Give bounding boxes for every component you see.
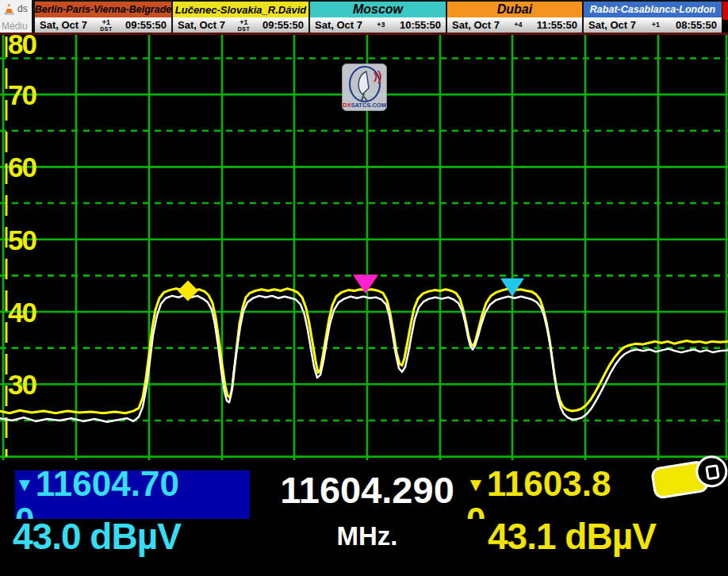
- clock-date: Sat, Oct 7: [178, 19, 225, 31]
- svg-text:60: 60: [8, 152, 36, 182]
- clock-timezone: +1 DST: [100, 19, 113, 32]
- clock-city-label: Berlin-Paris-Vienna-Belgrade: [35, 0, 171, 17]
- clock-time: 10:55:50: [400, 19, 441, 31]
- center-frequency-value: 11604.290: [252, 470, 482, 510]
- clock-date: Sat, Oct 7: [40, 19, 87, 31]
- svg-text:30: 30: [8, 369, 36, 400]
- marker-frequency-left: 11604.70: [36, 470, 179, 503]
- background-app-window[interactable]: ds Médiu: [0, 0, 33, 33]
- clock-city-label: Dubai: [447, 0, 582, 17]
- clock-cell-rabat[interactable]: Rabat-Casablanca-London Sat, Oct 7 +1 08…: [582, 0, 722, 33]
- clock-cell-lucenec[interactable]: Lučenec-Slovakia_R.Dávid Sat, Oct 7 +1 D…: [171, 0, 308, 33]
- clock-cell-berlin[interactable]: Berlin-Paris-Vienna-Belgrade Sat, Oct 7 …: [33, 0, 171, 33]
- clock-time: 11:55:50: [537, 19, 577, 31]
- background-app-menu[interactable]: Médiu: [2, 21, 28, 32]
- svg-text:50: 50: [8, 225, 36, 255]
- vlc-cone-icon: [2, 2, 16, 16]
- clock-date: Sat, Oct 7: [452, 19, 500, 31]
- marker-down-icon: ▼: [466, 474, 485, 495]
- clock-timezone: +3: [377, 21, 385, 29]
- clock-timezone: +4: [514, 21, 522, 29]
- satellite-dish-icon: [343, 64, 387, 104]
- svg-text:80: 80: [8, 35, 36, 60]
- clock-date: Sat, Oct 7: [315, 19, 362, 31]
- clock-date: Sat, Oct 7: [588, 19, 636, 31]
- svg-text:40: 40: [8, 297, 36, 328]
- world-clock-bar: ds Médiu Berlin-Paris-Vienna-Belgrade Sa…: [0, 0, 728, 35]
- clock-city-label: Lučenec-Slovakia_R.Dávid: [173, 0, 308, 17]
- clock-timezone: +1 DST: [238, 19, 251, 32]
- logo-text: DXSATCS.COM: [343, 102, 386, 109]
- clock-city-label: Moscow: [310, 0, 446, 17]
- marker-frequency-right: 11603.8: [487, 470, 611, 503]
- clock-time: 09:55:50: [262, 19, 304, 31]
- center-frequency-block: 11604.290 MHz.: [252, 470, 482, 551]
- svg-text:70: 70: [8, 79, 36, 110]
- readout-panel: ▼11604.70 0 43.0 dBµV 11604.290 MHz. ▼11…: [0, 464, 728, 576]
- background-app-title: ds: [17, 3, 28, 14]
- marker-down-icon: ▼: [15, 474, 34, 495]
- clock-time: 09:55:50: [125, 19, 167, 31]
- clock-cell-edge: [722, 2, 728, 20]
- spectrum-analyzer-screen: ds Médiu Berlin-Paris-Vienna-Belgrade Sa…: [0, 0, 728, 576]
- marker-level-right: 43.1 dBµV: [488, 515, 656, 558]
- clock-cell-dubai[interactable]: Dubai Sat, Oct 7 +4 11:55:50: [446, 0, 582, 33]
- clock-cell-moscow[interactable]: Moscow Sat, Oct 7 +3 10:55:50: [308, 0, 446, 33]
- marker-frequency-box-left: ▼11604.70 0: [15, 470, 250, 519]
- clock-timezone: +1: [652, 21, 660, 29]
- center-frequency-unit: MHz.: [252, 521, 482, 551]
- dxsatcs-logo: DXSATCS.COM: [342, 63, 387, 111]
- clock-city-label: Rabat-Casablanca-London: [584, 0, 722, 17]
- clock-time: 08:55:50: [676, 19, 717, 31]
- marker-level-left: 43.0 dBµV: [13, 515, 181, 558]
